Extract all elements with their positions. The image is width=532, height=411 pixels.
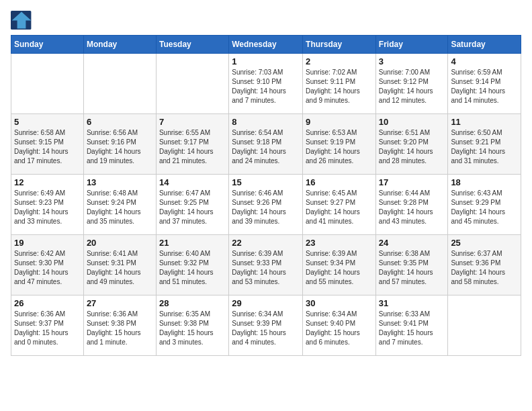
calendar-cell: 2Sunrise: 7:02 AM Sunset: 9:11 PM Daylig… [303,54,376,114]
day-info: Sunrise: 6:38 AM Sunset: 9:35 PM Dayligh… [379,249,445,287]
calendar-cell: 28Sunrise: 6:35 AM Sunset: 9:38 PM Dayli… [156,295,228,356]
calendar-cell: 20Sunrise: 6:41 AM Sunset: 9:31 PM Dayli… [83,235,156,295]
day-number: 3 [379,56,445,66]
logo-icon [11,11,32,30]
calendar-cell: 8Sunrise: 6:54 AM Sunset: 9:18 PM Daylig… [229,114,303,175]
calendar-week-2: 5Sunrise: 6:58 AM Sunset: 9:15 PM Daylig… [11,114,521,175]
day-info: Sunrise: 6:51 AM Sunset: 9:20 PM Dayligh… [379,128,445,166]
day-info: Sunrise: 6:59 AM Sunset: 9:14 PM Dayligh… [451,68,518,105]
calendar-cell: 25Sunrise: 6:37 AM Sunset: 9:36 PM Dayli… [448,235,521,295]
day-number: 9 [306,117,373,127]
header-monday: Monday [83,36,156,54]
header-wednesday: Wednesday [229,36,303,54]
day-number: 1 [232,56,300,66]
day-number: 23 [306,238,373,248]
calendar-cell: 13Sunrise: 6:48 AM Sunset: 9:24 PM Dayli… [83,175,156,235]
calendar-week-1: 1Sunrise: 7:03 AM Sunset: 9:10 PM Daylig… [11,54,521,114]
calendar-cell: 9Sunrise: 6:53 AM Sunset: 9:19 PM Daylig… [303,114,376,175]
day-number: 24 [379,238,445,248]
day-info: Sunrise: 6:42 AM Sunset: 9:30 PM Dayligh… [14,249,81,287]
calendar-cell: 24Sunrise: 6:38 AM Sunset: 9:35 PM Dayli… [375,235,448,295]
calendar-cell: 21Sunrise: 6:40 AM Sunset: 9:32 PM Dayli… [156,235,228,295]
day-number: 10 [379,117,445,127]
day-info: Sunrise: 6:36 AM Sunset: 9:38 PM Dayligh… [87,310,153,347]
header-tuesday: Tuesday [156,36,228,54]
day-info: Sunrise: 6:56 AM Sunset: 9:16 PM Dayligh… [87,128,153,166]
day-number: 4 [451,56,518,66]
calendar-table: SundayMondayTuesdayWednesdayThursdayFrid… [11,35,521,356]
day-number: 11 [451,117,518,127]
calendar-cell: 22Sunrise: 6:39 AM Sunset: 9:33 PM Dayli… [229,235,303,295]
calendar-cell: 1Sunrise: 7:03 AM Sunset: 9:10 PM Daylig… [229,54,303,114]
header-sunday: Sunday [11,36,84,54]
day-number: 26 [14,298,81,308]
calendar-cell [83,54,156,114]
day-info: Sunrise: 6:34 AM Sunset: 9:39 PM Dayligh… [232,310,300,347]
day-info: Sunrise: 6:55 AM Sunset: 9:17 PM Dayligh… [159,128,226,166]
day-info: Sunrise: 6:41 AM Sunset: 9:31 PM Dayligh… [87,249,153,287]
header-friday: Friday [375,36,448,54]
logo [11,11,34,30]
day-info: Sunrise: 6:34 AM Sunset: 9:40 PM Dayligh… [306,310,373,347]
calendar-cell: 4Sunrise: 6:59 AM Sunset: 9:14 PM Daylig… [448,54,521,114]
day-number: 29 [232,298,300,308]
day-info: Sunrise: 6:39 AM Sunset: 9:33 PM Dayligh… [232,249,300,287]
day-number: 14 [159,177,226,187]
day-info: Sunrise: 6:46 AM Sunset: 9:26 PM Dayligh… [232,189,300,226]
day-number: 2 [306,56,373,66]
calendar-cell: 27Sunrise: 6:36 AM Sunset: 9:38 PM Dayli… [83,295,156,356]
day-info: Sunrise: 6:44 AM Sunset: 9:28 PM Dayligh… [379,189,445,226]
day-info: Sunrise: 6:43 AM Sunset: 9:29 PM Dayligh… [451,189,518,226]
day-number: 21 [159,238,226,248]
day-info: Sunrise: 7:02 AM Sunset: 9:11 PM Dayligh… [306,68,373,105]
day-number: 6 [87,117,153,127]
day-info: Sunrise: 6:36 AM Sunset: 9:37 PM Dayligh… [14,310,81,347]
calendar-cell [156,54,228,114]
day-number: 30 [306,298,373,308]
calendar-header-row: SundayMondayTuesdayWednesdayThursdayFrid… [11,36,521,54]
calendar-cell: 6Sunrise: 6:56 AM Sunset: 9:16 PM Daylig… [83,114,156,175]
day-info: Sunrise: 6:39 AM Sunset: 9:34 PM Dayligh… [306,249,373,287]
day-info: Sunrise: 6:40 AM Sunset: 9:32 PM Dayligh… [159,249,226,287]
day-number: 7 [159,117,226,127]
day-number: 16 [306,177,373,187]
day-number: 19 [14,238,81,248]
day-info: Sunrise: 6:48 AM Sunset: 9:24 PM Dayligh… [87,189,153,226]
day-info: Sunrise: 6:49 AM Sunset: 9:23 PM Dayligh… [14,189,81,226]
calendar-cell: 15Sunrise: 6:46 AM Sunset: 9:26 PM Dayli… [229,175,303,235]
calendar-cell: 17Sunrise: 6:44 AM Sunset: 9:28 PM Dayli… [375,175,448,235]
day-info: Sunrise: 6:54 AM Sunset: 9:18 PM Dayligh… [232,128,300,166]
day-number: 17 [379,177,445,187]
day-number: 13 [87,177,153,187]
calendar-cell: 5Sunrise: 6:58 AM Sunset: 9:15 PM Daylig… [11,114,84,175]
header-saturday: Saturday [448,36,521,54]
day-info: Sunrise: 6:37 AM Sunset: 9:36 PM Dayligh… [451,249,518,287]
calendar-cell: 7Sunrise: 6:55 AM Sunset: 9:17 PM Daylig… [156,114,228,175]
calendar-cell: 19Sunrise: 6:42 AM Sunset: 9:30 PM Dayli… [11,235,84,295]
day-number: 18 [451,177,518,187]
calendar-cell: 23Sunrise: 6:39 AM Sunset: 9:34 PM Dayli… [303,235,376,295]
day-info: Sunrise: 7:03 AM Sunset: 9:10 PM Dayligh… [232,68,300,105]
calendar-cell: 3Sunrise: 7:00 AM Sunset: 9:12 PM Daylig… [375,54,448,114]
calendar-cell: 31Sunrise: 6:33 AM Sunset: 9:41 PM Dayli… [375,295,448,356]
calendar-week-5: 26Sunrise: 6:36 AM Sunset: 9:37 PM Dayli… [11,295,521,356]
calendar-cell: 10Sunrise: 6:51 AM Sunset: 9:20 PM Dayli… [375,114,448,175]
day-number: 5 [14,117,81,127]
day-number: 25 [451,238,518,248]
day-info: Sunrise: 6:53 AM Sunset: 9:19 PM Dayligh… [306,128,373,166]
day-number: 31 [379,298,445,308]
calendar-cell [11,54,84,114]
day-number: 27 [87,298,153,308]
day-info: Sunrise: 6:35 AM Sunset: 9:38 PM Dayligh… [159,310,226,347]
header-thursday: Thursday [303,36,376,54]
day-number: 22 [232,238,300,248]
day-number: 28 [159,298,226,308]
day-info: Sunrise: 7:00 AM Sunset: 9:12 PM Dayligh… [379,68,445,105]
day-info: Sunrise: 6:47 AM Sunset: 9:25 PM Dayligh… [159,189,226,226]
day-number: 15 [232,177,300,187]
day-info: Sunrise: 6:50 AM Sunset: 9:21 PM Dayligh… [451,128,518,166]
day-info: Sunrise: 6:58 AM Sunset: 9:15 PM Dayligh… [14,128,81,166]
calendar-cell: 12Sunrise: 6:49 AM Sunset: 9:23 PM Dayli… [11,175,84,235]
day-info: Sunrise: 6:33 AM Sunset: 9:41 PM Dayligh… [379,310,445,347]
calendar-week-3: 12Sunrise: 6:49 AM Sunset: 9:23 PM Dayli… [11,175,521,235]
